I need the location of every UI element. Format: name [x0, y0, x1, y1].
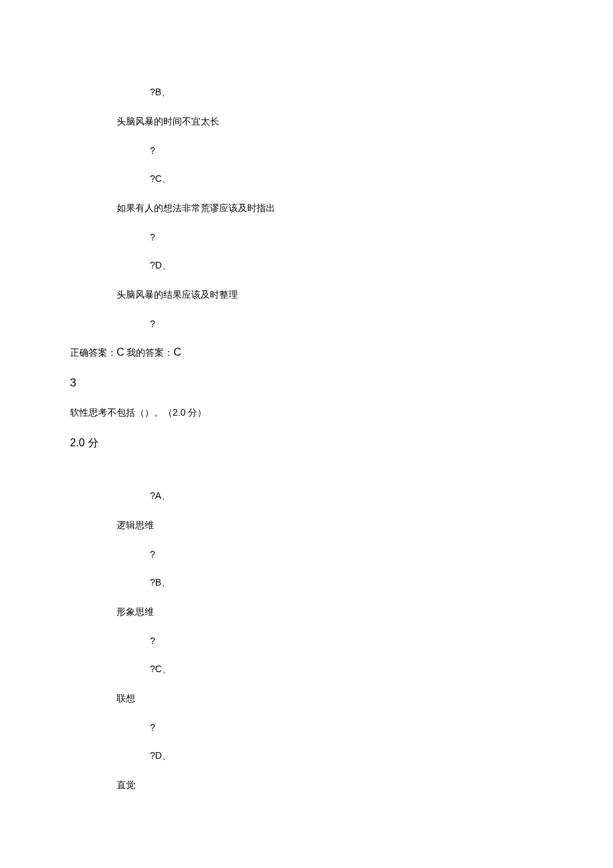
- option-a-text: 逻辑思维: [70, 520, 543, 532]
- option-c-text: 如果有人的想法非常荒谬应该及时指出: [70, 203, 543, 215]
- option-b-label: ?B、: [70, 87, 543, 99]
- qmark: ?: [70, 722, 543, 733]
- qmark: ?: [70, 636, 543, 646]
- qmark: ?: [70, 549, 543, 560]
- correct-answer: C: [117, 346, 125, 358]
- answer-line: 正确答案：C 我的答案：C: [70, 346, 543, 359]
- correct-answer-prefix: 正确答案：: [70, 347, 117, 358]
- option-c-label: ?C、: [70, 173, 543, 185]
- option-c-label: ?C、: [70, 663, 543, 675]
- qmark: ?: [70, 232, 543, 242]
- option-b-label: ?B、: [70, 577, 543, 589]
- option-b-text: 形象思维: [70, 606, 543, 618]
- question-number: 3: [70, 376, 543, 390]
- points: 2.0 分: [70, 436, 543, 450]
- option-d-text: 头脑风暴的结果应该及时整理: [70, 289, 543, 301]
- option-d-label: ?D、: [70, 260, 543, 272]
- option-d-text: 直觉: [70, 779, 543, 791]
- question-text: 软性思考不包括（）。（2.0 分）: [70, 407, 543, 419]
- option-d-label: ?D、: [70, 750, 543, 762]
- option-a-label: ?A、: [70, 490, 543, 502]
- qmark: ?: [70, 318, 543, 329]
- option-b-text: 头脑风暴的时间不宜太长: [70, 116, 543, 128]
- my-answer: C: [173, 346, 181, 358]
- option-c-text: 联想: [70, 693, 543, 705]
- qmark: ?: [70, 145, 543, 156]
- my-answer-prefix: 我的答案：: [125, 347, 174, 358]
